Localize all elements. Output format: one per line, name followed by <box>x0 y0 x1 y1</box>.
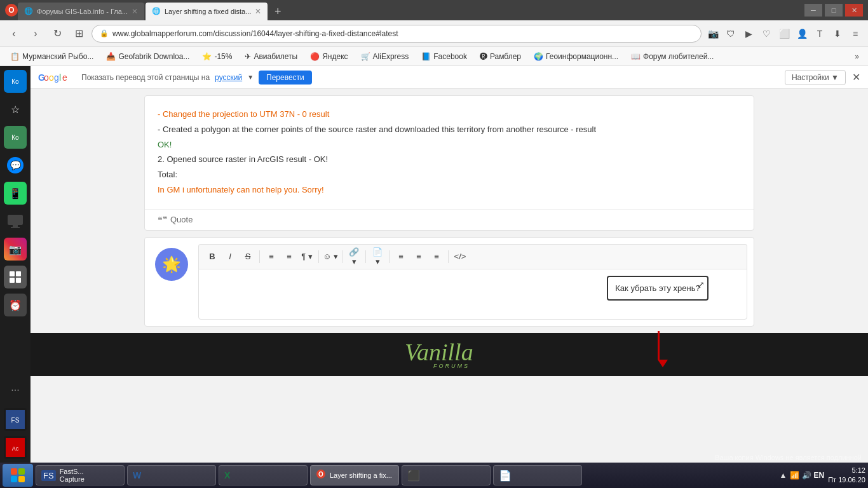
toolbar-link[interactable]: 🔗 ▾ <box>346 248 362 265</box>
taskbar-faststone[interactable]: FS FastS...Capture <box>36 465 125 485</box>
tab-2-close[interactable]: ✕ <box>255 7 261 16</box>
sys-lang-label[interactable]: EN <box>814 471 825 480</box>
windows-watermark: Ваша копия Windows не является подлинной <box>715 454 862 461</box>
abc-icon[interactable]: T <box>812 26 827 41</box>
bookmark-ali[interactable]: 🛒 AliExpress <box>356 51 414 62</box>
maximize-button[interactable]: □ <box>825 4 843 17</box>
shield-icon[interactable]: 🛡 <box>723 26 738 41</box>
taskbar-file[interactable]: 📄 <box>493 465 582 485</box>
os-sidebar: Ко ☆ Ко 💬 📱 📷 ⏰ ··· FS Ac <box>0 66 31 463</box>
sidebar-icon-desktop[interactable] <box>4 210 27 233</box>
heart-icon[interactable]: ♡ <box>759 26 774 41</box>
forward-button[interactable]: › <box>27 25 44 43</box>
sidebar-icon-instagram[interactable]: 📷 <box>4 238 27 261</box>
taskbar-opera[interactable]: O Layer shifting a fix... <box>310 465 399 485</box>
sys-tray-up-arrow[interactable]: ▲ <box>780 471 787 480</box>
bookmark-geofabrik[interactable]: 📥 Geofabrik Downloa... <box>101 51 194 62</box>
new-tab-button[interactable]: + <box>269 3 287 20</box>
bookmark-15[interactable]: ⭐ -15% <box>197 51 237 62</box>
bookmark-facebook-icon: 📘 <box>421 52 431 61</box>
sidebar-icon-star[interactable]: ☆ <box>4 98 27 121</box>
reload-button[interactable]: ↻ <box>48 25 66 43</box>
svg-text:FS: FS <box>11 417 20 424</box>
taskbar-word[interactable]: W <box>127 465 216 485</box>
editor-body[interactable]: ⤢ Как убрать эту хрень? <box>198 269 747 320</box>
camera-icon[interactable]: 📷 <box>705 26 721 41</box>
toolbar-list-ul[interactable]: ≡ <box>281 248 297 265</box>
start-button[interactable] <box>3 464 33 487</box>
editor-user: 🌟 <box>145 238 183 281</box>
toolbar-list-ol[interactable]: ≡ <box>263 248 280 265</box>
extensions-icon[interactable]: ⬜ <box>776 26 792 41</box>
tooltip-expand-icon[interactable]: ⤢ <box>697 280 705 290</box>
sidebar-icon-more[interactable]: ··· <box>4 379 27 402</box>
taskbar-excel[interactable]: X <box>219 465 308 485</box>
sidebar-icon-mail[interactable]: 💬 <box>4 154 27 177</box>
toolbar-sep-2 <box>318 250 319 263</box>
close-button[interactable]: ✕ <box>845 4 863 17</box>
taskbar-running-apps: FS FastS...Capture W X O Layer shifting … <box>36 465 780 485</box>
google-logo: G o o g l e <box>38 71 76 84</box>
toolbar-align-right[interactable]: ≡ <box>428 248 445 265</box>
avatar-icon: 🌟 <box>162 255 181 273</box>
taskbar-file-icon: 📄 <box>499 470 512 482</box>
sys-time-display[interactable]: 5:12 Пт 19.06.20 <box>828 466 865 485</box>
bookmark-murm-label: Мурманский Рыбо... <box>22 52 93 61</box>
editor-main: B I S ≡ ≡ ¶ ▾ ☺ ▾ 🔗 ▾ 📄 ▾ <box>198 238 754 326</box>
translate-lang-link[interactable]: русский <box>215 73 242 82</box>
sys-speaker-icon[interactable]: 🔊 <box>802 471 811 480</box>
bookmark-avia[interactable]: ✈ Авиабилеты <box>240 51 302 62</box>
sidebar-icon-whatsapp[interactable]: 📱 <box>4 182 27 205</box>
page-scroll[interactable]: G o o g l e Показать перевод этой страни… <box>31 66 868 463</box>
window-controls: ─ □ ✕ <box>804 4 863 17</box>
translate-button[interactable]: Перевести <box>259 71 312 85</box>
taskbar-cmd[interactable]: ⬛ <box>402 465 491 485</box>
cast-icon[interactable]: ▶ <box>741 26 756 41</box>
bookmark-rambler[interactable]: 🅡 Рамблер <box>475 51 526 62</box>
minimize-button[interactable]: ─ <box>804 4 822 17</box>
home-button[interactable]: ⊞ <box>70 25 88 43</box>
toolbar-paragraph[interactable]: ¶ ▾ <box>299 248 315 265</box>
toolbar-strike[interactable]: S <box>240 248 256 265</box>
quote-button[interactable]: ❝❞ Quote <box>158 215 741 225</box>
bookmark-geo[interactable]: 🌍 Геоинформационн... <box>529 51 623 62</box>
sidebar-icon-clock[interactable]: ⏰ <box>4 294 27 316</box>
toolbar-code[interactable]: </> <box>452 248 468 265</box>
toolbar-align-center[interactable]: ≡ <box>410 248 427 265</box>
bookmark-murm[interactable]: 📋 Мурманский Рыбо... <box>5 51 98 62</box>
bookmark-facebook[interactable]: 📘 Facebook <box>416 51 472 62</box>
translate-close-button[interactable]: ✕ <box>852 71 860 83</box>
nav-bar: ‹ › ↻ ⊞ 🔒 www.globalmapperforum.com/disc… <box>0 20 868 47</box>
sidebar-app-acrobat[interactable]: Ac <box>4 436 27 459</box>
menu-icon[interactable]: ≡ <box>848 26 863 41</box>
title-bar: O 🌐 Форумы GIS-Lab.info - Гла... ✕ 🌐 Lay… <box>0 0 868 20</box>
sidebar-icon-ko1[interactable]: Ко <box>4 70 27 93</box>
post-line-2: - Created a polygon at the corner points… <box>158 123 741 137</box>
translate-settings-button[interactable]: Настройки ▼ <box>785 70 846 85</box>
toolbar-italic[interactable]: I <box>222 248 238 265</box>
download-icon[interactable]: ⬇ <box>830 26 845 41</box>
bookmarks-more[interactable]: » <box>851 51 863 62</box>
toolbar-align-left[interactable]: ≡ <box>393 248 409 265</box>
tab-2[interactable]: 🌐 Layer shifting a fixed dista... ✕ <box>146 3 268 20</box>
tab-1-close[interactable]: ✕ <box>132 7 138 16</box>
toolbar-bold[interactable]: B <box>204 248 220 265</box>
sidebar-icon-ko2[interactable]: Ко <box>4 126 27 149</box>
address-bar[interactable]: 🔒 www.globalmapperforum.com/discussion/1… <box>92 25 702 43</box>
bookmark-forum[interactable]: 📖 Форум любителей... <box>626 51 719 62</box>
bookmark-yandex[interactable]: 🔴 Яндекс <box>305 51 353 62</box>
svg-text:g: g <box>54 72 59 83</box>
toolbar-emoji[interactable]: ☺ ▾ <box>322 248 339 265</box>
back-button[interactable]: ‹ <box>5 25 23 43</box>
sidebar-app-faststone[interactable]: FS <box>4 408 27 431</box>
toolbar-image[interactable]: 📄 ▾ <box>369 248 386 265</box>
editor-toolbar: B I S ≡ ≡ ¶ ▾ ☺ ▾ 🔗 ▾ 📄 ▾ <box>198 244 747 269</box>
tooltip-popup: ⤢ Как убрать эту хрень? <box>607 276 709 301</box>
user-icon[interactable]: 👤 <box>794 26 810 41</box>
bookmark-forum-label: Форум любителей... <box>643 52 714 61</box>
bookmark-15-icon: ⭐ <box>202 52 212 61</box>
vanilla-svg-logo: Vanilla FORUMS <box>398 336 500 368</box>
sidebar-icon-apps[interactable] <box>4 266 27 288</box>
tab-1[interactable]: 🌐 Форумы GIS-Lab.info - Гла... ✕ <box>18 3 144 20</box>
sys-network-icon[interactable]: 📶 <box>790 471 799 480</box>
